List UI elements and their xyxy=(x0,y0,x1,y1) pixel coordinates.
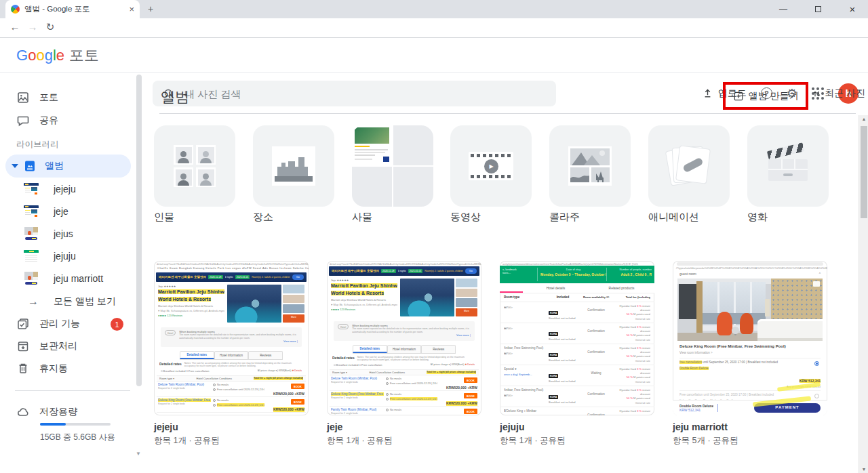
window-close-button[interactable]: × xyxy=(848,3,857,15)
fee-instant: instant xyxy=(642,325,650,329)
sidebar-album-jeje[interactable]: jeje xyxy=(0,200,133,222)
fee-points: M points used xyxy=(633,375,650,379)
album-link-label: jejuju xyxy=(54,251,76,262)
category-label-places[interactable]: 장소 xyxy=(253,211,273,224)
album-meta: 항목 1개 · 공유됨 xyxy=(154,435,309,447)
view-more-link: View more | xyxy=(352,333,471,337)
sidebar-album-jeju-marriott[interactable]: jeju marriott xyxy=(0,267,133,289)
album-card-jeju-marriott[interactable]: /?type=hotel&keyword=%252B%254P%255B%255… xyxy=(673,261,827,447)
category-label-videos[interactable]: 동영상 xyxy=(450,211,481,224)
maximize-icon xyxy=(815,6,821,12)
tab-detailed-rates: Detailed rates xyxy=(180,351,214,359)
category-card-people[interactable] xyxy=(154,125,235,207)
new-tab-button[interactable]: + xyxy=(148,3,153,14)
guests-text: Room(s) 2 / adults 2 guests, children 0 … xyxy=(425,270,462,272)
room-price-part: ₩700> xyxy=(504,352,546,355)
sidebar-scrollbar-thumb[interactable] xyxy=(136,75,142,386)
album-cover-jeje[interactable]: detail.asp?sackYN=B&HotelCode=KRCHA21&B&… xyxy=(327,261,481,415)
album-card-jejuju[interactable]: acity/jejusinhwaworldmarriottresort/rest… xyxy=(500,261,654,447)
category-card-collage[interactable] xyxy=(549,125,631,207)
category-label-animation[interactable]: 애니메이션 xyxy=(648,211,699,224)
green-stay-band: s, landmarktions… Date of stayMonday, Oc… xyxy=(500,266,654,283)
collapse-triangle-icon[interactable] xyxy=(12,164,18,168)
forward-icon[interactable]: → xyxy=(26,21,39,33)
album-cover-jejuju[interactable]: acity/jejusinhwaworldmarriottresort/rest… xyxy=(500,261,654,415)
fee-points-pct: 50 % xyxy=(627,333,633,337)
category-card-movies[interactable] xyxy=(747,125,829,207)
album-name[interactable]: jeje xyxy=(327,421,481,432)
guests-text: Room(s) 2 / adults 2 guests, children 0 … xyxy=(252,276,290,279)
category-card-things[interactable] xyxy=(352,125,433,207)
scroll-up-icon[interactable]: ▲ xyxy=(859,117,868,121)
category-card-videos[interactable]: ▶ xyxy=(450,125,532,207)
sidebar-item-archive[interactable]: 보관처리 xyxy=(0,335,133,358)
scroll-down-icon[interactable]: ▼ xyxy=(859,467,868,472)
sidebar-see-all-albums[interactable]: → 모든 앨범 보기 xyxy=(0,290,133,312)
charge-select: All prices charge ▾ | KRW(Bank) xyxy=(258,369,292,372)
sidebar-item-photos[interactable]: 포토 xyxy=(0,86,133,109)
sidebar-item-label: 관리 기능 xyxy=(39,318,80,330)
availability-status: Confirmation xyxy=(580,325,612,344)
sidebar-item-albums-selected[interactable]: 앨범 xyxy=(5,155,131,178)
meal-option: No meals xyxy=(217,383,229,386)
sidebar-item-storage[interactable]: 저장용량 xyxy=(0,400,133,424)
category-card-places[interactable] xyxy=(253,125,334,207)
fee-instant: instant xyxy=(642,346,650,350)
category-label-collage[interactable]: 콜라주 xyxy=(549,211,580,224)
create-album-button-annotated[interactable]: 앨범 만들기 xyxy=(723,82,808,110)
booking-banner: 메리어트관 제주신화월드 호텔앤㈜ 2020.12.28 4 nights 20… xyxy=(156,272,307,282)
category-card-animation[interactable] xyxy=(648,125,730,207)
search-input[interactable] xyxy=(184,88,510,100)
category-label-movies[interactable]: 영화 xyxy=(747,211,768,224)
cancel-option: Free cancellation until 2020.12.23 | 24:… xyxy=(217,388,264,391)
sidebar-album-jejuju[interactable]: jejuju xyxy=(0,245,133,267)
album-cover-jejeju[interactable]: detail.asp?sackYN=B&HotelCode=KRCHA21&B&… xyxy=(154,261,309,415)
sidebar-album-jejus[interactable]: jejus xyxy=(0,222,133,245)
tab-hotel-information: Hotel information xyxy=(387,345,422,353)
search-bar[interactable] xyxy=(153,81,556,106)
fee-points-pct: 50 % xyxy=(627,312,633,316)
cancel-rest: until September 25, 2020 17:00 xyxy=(702,361,746,364)
sidebar: 포토 공유 라이브러리 앨범 jejeju jeje jejus jejuju … xyxy=(0,73,142,473)
back-icon[interactable]: ← xyxy=(8,21,22,33)
google-photos-logo[interactable]: Google 포토 xyxy=(16,38,99,73)
album-link-label: jejeju xyxy=(54,184,76,194)
room-name: Special ♥ xyxy=(504,367,546,371)
banner-go-button: Go xyxy=(465,268,477,274)
logo-letter: o xyxy=(36,47,44,64)
album-mini-thumbnail xyxy=(24,271,39,286)
sidebar-album-jejeju[interactable]: jejeju xyxy=(0,178,133,200)
tab-close-icon[interactable]: × xyxy=(129,4,134,14)
availability-status: Waiting xyxy=(580,367,612,386)
fee-points-pct: 50 % xyxy=(627,354,633,358)
photos-app-header: Google 포토 업로드 ? ⚙ h xyxy=(0,38,868,73)
hotel-location: Jeju ★★★★★ xyxy=(331,279,397,282)
meal-option: No meals xyxy=(217,398,229,402)
sidebar-scroll-down-icon[interactable]: ▼ xyxy=(136,451,141,457)
room-photo xyxy=(677,279,823,341)
reload-icon[interactable]: ↻ xyxy=(43,21,57,33)
window-minimize-button[interactable]: — xyxy=(778,5,788,14)
recent-photos-sort-button[interactable]: 최근 사진 xyxy=(812,87,865,100)
window-maximize-button[interactable] xyxy=(813,5,823,14)
sidebar-item-trash[interactable]: 휴지통 xyxy=(0,357,133,380)
album-name[interactable]: jejeju xyxy=(154,421,309,432)
price-text-highlighted: KRW520,000 +KRW xyxy=(273,407,304,412)
page-scrollbar[interactable]: ▲ ▼ xyxy=(859,115,868,473)
page-scrollbar-thumb[interactable] xyxy=(861,126,867,218)
browser-tab[interactable]: 앨범 - Google 포토 × xyxy=(5,0,140,18)
album-card-jejeju[interactable]: detail.asp?sackYN=B&HotelCode=KRCHA21&B&… xyxy=(154,261,309,447)
sidebar-item-sharing[interactable]: 공유 xyxy=(0,109,133,132)
album-card-jeje[interactable]: detail.asp?sackYN=B&HotelCode=KRCHA21&B&… xyxy=(327,261,481,447)
booking-row: ₩700> KORABreakfast not included Confirm… xyxy=(500,323,654,344)
album-name[interactable]: jejuju xyxy=(500,421,654,432)
category-label-people[interactable]: 인물 xyxy=(154,211,174,224)
banner-title: 메리어트관 제주신화월드 호텔앤㈜ xyxy=(332,269,379,273)
included-text: Breakfast not included xyxy=(549,379,577,383)
category-label-things[interactable]: 사물 xyxy=(352,211,372,224)
album-cover-jeju-marriott[interactable]: /?type=hotel&keyword=%252B%254P%255B%255… xyxy=(673,261,827,415)
album-name[interactable]: jeju marriott xyxy=(673,421,827,432)
checkin-chip: 2020.12.28 xyxy=(381,269,396,273)
col-cancel: Hotel Cancellation Conditions xyxy=(350,371,424,374)
rate-row: Family Twin Room (Minibar, Pool) Request… xyxy=(330,407,479,415)
